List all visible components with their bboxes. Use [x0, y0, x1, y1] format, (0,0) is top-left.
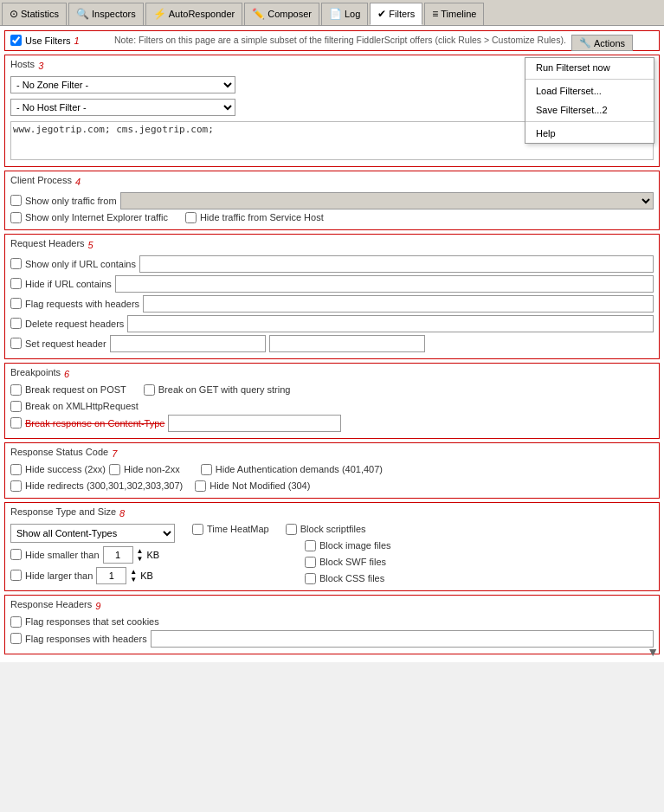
break-content-type-input[interactable] — [168, 415, 341, 432]
time-heatmap-label: Time HeatMap — [207, 524, 269, 534]
tab-autoresponder[interactable]: ⚡ AutoResponder — [145, 3, 242, 25]
hide-auth-checkbox[interactable] — [201, 464, 212, 475]
flag-response-headers-input[interactable] — [151, 630, 654, 648]
hide-service-row: Hide traffic from Service Host — [185, 212, 324, 223]
flag-response-headers-row: Flag responses with headers — [10, 630, 654, 648]
block-swf-checkbox[interactable] — [305, 557, 316, 568]
log-icon: 📄 — [329, 8, 342, 20]
hide-auth-label: Hide Authentication demands (401,407) — [216, 464, 383, 474]
tab-timeline[interactable]: ≡ Timeline — [424, 3, 484, 25]
menu-item-load-filterset[interactable]: Load Filterset... — [525, 81, 654, 100]
zone-filter-select[interactable]: - No Zone Filter - — [10, 76, 235, 93]
use-filters-checkbox[interactable] — [10, 35, 22, 46]
spinner-up-down-2[interactable]: ▲ ▼ — [130, 568, 137, 583]
tab-filters[interactable]: ✔ Filters — [370, 3, 422, 25]
hide-smaller-input[interactable] — [103, 546, 133, 564]
scroll-indicator: ▼ — [647, 645, 659, 659]
flag-response-headers-label: Flag responses with headers — [25, 634, 147, 644]
flag-cookies-checkbox[interactable] — [10, 616, 22, 628]
spinner-down-2[interactable]: ▼ — [130, 576, 137, 583]
delete-headers-row: Delete request headers — [10, 315, 654, 332]
hide-2xx-checkbox[interactable] — [10, 464, 22, 475]
url-contains-label: Show only if URL contains — [25, 259, 136, 269]
flag-response-headers-checkbox[interactable] — [10, 633, 22, 644]
hide-redirects-checkbox[interactable] — [10, 480, 22, 492]
hide-larger-input[interactable] — [96, 567, 126, 584]
hide-service-checkbox[interactable] — [185, 212, 197, 223]
spinner-up-2[interactable]: ▲ — [130, 568, 137, 576]
tab-inspectors[interactable]: 🔍 Inspectors — [68, 3, 144, 25]
set-header-checkbox[interactable] — [10, 338, 22, 349]
block-scripts-checkbox[interactable] — [286, 524, 297, 535]
main-content: Use Filters 1 Note: Filters on this page… — [0, 26, 664, 662]
menu-item-run-filterset[interactable]: Run Filterset now — [525, 58, 654, 77]
response-type-left: Show all Content-Types Hide smaller than… — [10, 524, 175, 584]
delete-headers-checkbox[interactable] — [10, 318, 22, 329]
hide-url-input[interactable] — [115, 275, 654, 293]
hide-smaller-checkbox[interactable] — [10, 549, 22, 560]
use-filters-number: 1 — [74, 35, 80, 46]
use-filters-bar: Use Filters 1 Note: Filters on this page… — [4, 30, 660, 51]
block-images-checkbox[interactable] — [305, 540, 316, 551]
client-process-title: Client Process — [10, 175, 72, 185]
url-contains-row: Show only if URL contains — [10, 255, 654, 273]
hide-non2xx-label: Hide non-2xx — [124, 464, 180, 474]
flag-headers-checkbox[interactable] — [10, 298, 22, 309]
tab-bar: ⊙ Statistics 🔍 Inspectors ⚡ AutoResponde… — [0, 0, 664, 26]
show-traffic-checkbox[interactable] — [10, 195, 22, 206]
response-headers-number: 9 — [95, 601, 100, 611]
show-traffic-row: Show only traffic from — [10, 192, 654, 209]
break-xml-checkbox[interactable] — [10, 401, 22, 412]
flag-cookies-label: Flag responses that set cookies — [25, 616, 159, 627]
timeline-icon: ≡ — [432, 8, 438, 20]
actions-button[interactable]: 🔧 Actions — [571, 35, 633, 51]
breakpoints-title: Breakpoints — [10, 367, 61, 377]
set-header-value-input[interactable] — [269, 335, 425, 352]
hide-not-modified-row: Hide Not Modified (304) — [195, 480, 310, 492]
time-heatmap-checkbox[interactable] — [192, 524, 203, 535]
request-headers-number: 5 — [88, 240, 93, 250]
delete-headers-input[interactable] — [127, 315, 654, 332]
filters-icon: ✔ — [377, 8, 386, 20]
tab-composer[interactable]: ✏️ Composer — [244, 3, 319, 25]
flag-headers-input[interactable] — [143, 295, 654, 313]
content-type-select[interactable]: Show all Content-Types — [10, 524, 175, 543]
hide-larger-checkbox[interactable] — [10, 570, 22, 581]
response-headers-section: Response Headers 9 Flag responses that s… — [4, 595, 660, 654]
spinner-up[interactable]: ▲ — [137, 547, 144, 555]
menu-item-help[interactable]: Help — [525, 124, 654, 143]
menu-divider-1 — [525, 79, 654, 80]
set-header-name-input[interactable] — [110, 335, 266, 352]
hide-url-checkbox[interactable] — [10, 278, 22, 289]
inspectors-icon: 🔍 — [76, 8, 89, 20]
hide-not-modified-checkbox[interactable] — [195, 480, 206, 492]
break-get-checkbox[interactable] — [144, 384, 155, 396]
tab-statistics[interactable]: ⊙ Statistics — [2, 3, 67, 25]
hide-url-row: Hide if URL contains — [10, 275, 654, 293]
response-type-number: 8 — [119, 508, 125, 519]
url-contains-input[interactable] — [139, 255, 654, 273]
hide-2xx-label: Hide success (2xx) — [25, 464, 106, 474]
hide-larger-row: Hide larger than ▲ ▼ KB — [10, 567, 175, 584]
show-ie-checkbox[interactable] — [10, 212, 22, 223]
break-xml-row: Break on XMLHttpRequest — [10, 401, 654, 412]
spinner-up-down[interactable]: ▲ ▼ — [137, 547, 144, 563]
break-get-row: Break on GET with query string — [144, 384, 291, 396]
block-css-row: Block CSS files — [305, 573, 391, 584]
break-post-checkbox[interactable] — [10, 384, 22, 396]
url-contains-checkbox[interactable] — [10, 258, 22, 269]
actions-dropdown-menu: Run Filterset now Load Filterset... Save… — [525, 57, 654, 144]
spinner-down[interactable]: ▼ — [137, 555, 144, 563]
block-css-checkbox[interactable] — [305, 573, 316, 584]
breakpoints-section: Breakpoints 6 Break request on POST Brea… — [4, 363, 660, 439]
break-post-label: Break request on POST — [25, 384, 126, 395]
host-filter-select[interactable]: - No Host Filter - — [10, 99, 235, 116]
traffic-from-select[interactable] — [120, 192, 654, 209]
break-content-type-checkbox[interactable] — [10, 417, 22, 429]
request-headers-title: Request Headers — [10, 238, 85, 248]
show-traffic-label: Show only traffic from — [25, 196, 117, 206]
hide-non2xx-checkbox[interactable] — [109, 464, 120, 475]
menu-item-save-filterset[interactable]: Save Filterset...2 — [525, 100, 654, 119]
tab-log[interactable]: 📄 Log — [321, 3, 368, 25]
hide-smaller-row: Hide smaller than ▲ ▼ KB — [10, 546, 175, 564]
